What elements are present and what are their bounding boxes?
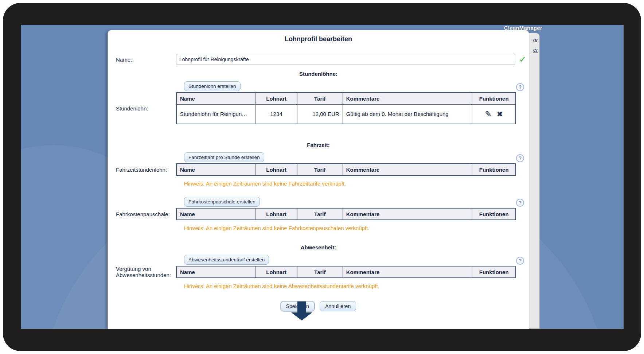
create-fahrzeittarif-button[interactable]: Fahrzeittarif pro Stunde erstellen <box>184 152 264 162</box>
btn-row: Fahrkostenpauschale erstellen ? <box>184 197 524 207</box>
help-icon[interactable]: ? <box>516 199 524 207</box>
abwesenheit-label-line1: Vergütung von <box>116 266 151 272</box>
edit-wage-profile-dialog: Lohnprofil bearbeiten Name: ✓ Stundenlöh… <box>108 30 529 329</box>
btn-row: Fahrzeittarif pro Stunde erstellen ? <box>184 152 524 162</box>
section-heading-stundenloehne: Stundenlöhne: <box>108 71 529 77</box>
col-header-kommentare: Kommentare <box>343 266 472 278</box>
abwesenheit-label-line2: Abwesenheitsstunden: <box>116 272 171 278</box>
col-header-kommentare: Kommentare <box>343 164 472 175</box>
dialog-footer: Speichern Annullieren <box>108 301 529 311</box>
fahrzeit-table: Name Lohnart Tarif Kommentare Funktionen <box>176 163 516 176</box>
col-header-funktionen: Funktionen <box>472 266 516 278</box>
edit-icon[interactable]: ✎ <box>485 110 491 118</box>
background-link[interactable]: er <box>529 47 539 55</box>
create-stundenlohn-button[interactable]: Stundenlohn erstellen <box>184 81 241 91</box>
fahrzeit-block: Fahrzeitstundenlohn: Name Lohnart Tarif … <box>108 163 529 176</box>
col-header-tarif: Tarif <box>297 164 343 175</box>
stundenlohn-table: Name Lohnart Tarif Kommentare Funktionen… <box>176 92 516 124</box>
delete-icon[interactable]: ✖ <box>497 110 503 118</box>
create-abwesenheitstarif-button[interactable]: Abwesenheitsstundentarif erstellen <box>184 255 269 265</box>
col-header-lohnart: Lohnart <box>255 266 297 278</box>
profile-name-input[interactable] <box>176 54 515 65</box>
fahrkosten-table: Name Lohnart Tarif Kommentare Funktionen <box>176 208 516 220</box>
name-label: Name: <box>116 57 176 63</box>
col-header-lohnart: Lohnart <box>255 93 297 104</box>
col-header-name: Name <box>176 164 255 175</box>
pointer-arrow-icon <box>291 302 312 320</box>
fahrkosten-hint: Hinweis: An einigen Zeiträumen sind kein… <box>184 225 529 231</box>
table-header-row: Name Lohnart Tarif Kommentare Funktionen <box>176 266 516 278</box>
col-header-kommentare: Kommentare <box>343 93 472 104</box>
help-icon[interactable]: ? <box>516 257 524 265</box>
cell-tarif: 12,00 EUR <box>297 104 343 124</box>
col-header-lohnart: Lohnart <box>255 164 297 175</box>
create-fahrkostenpauschale-button[interactable]: Fahrkostenpauschale erstellen <box>184 197 260 207</box>
col-header-funktionen: Funktionen <box>472 164 516 175</box>
btn-row: Abwesenheitsstundentarif erstellen ? <box>184 255 524 265</box>
table-header-row: Name Lohnart Tarif Kommentare Funktionen <box>176 93 516 104</box>
col-header-name: Name <box>176 93 255 104</box>
col-header-name: Name <box>176 208 255 220</box>
section-heading-fahrzeit: Fahrzeit: <box>108 142 529 148</box>
background-panel: or er <box>529 33 540 329</box>
col-header-kommentare: Kommentare <box>343 208 472 220</box>
help-icon[interactable]: ? <box>516 154 524 162</box>
dialog-title: Lohnprofil bearbeiten <box>108 35 529 43</box>
background-link[interactable]: or <box>529 37 539 43</box>
btn-row: Stundenlohn erstellen ? <box>184 81 524 91</box>
page-background: CleanManager or er Lohnprofil bearbeiten… <box>21 25 624 329</box>
help-icon[interactable]: ? <box>516 83 524 91</box>
stundenlohn-block: Stundenlohn: Name Lohnart Tarif Kommenta… <box>108 92 529 124</box>
col-header-name: Name <box>176 266 255 278</box>
col-header-lohnart: Lohnart <box>255 208 297 220</box>
cell-name: Stundenlohn für Reinigun… <box>176 104 255 124</box>
fahrkostenpauschale-label: Fahrkostenpauschale: <box>116 211 176 217</box>
col-header-tarif: Tarif <box>297 208 343 220</box>
col-header-tarif: Tarif <box>297 93 343 104</box>
abwesenheit-hint: Hinweis: An einigen Zeiträumen sind kein… <box>184 283 529 289</box>
name-row: Name: ✓ <box>108 54 529 65</box>
cell-funktionen: ✎ ✖ <box>472 104 516 124</box>
section-heading-abwesenheit: Abwesenheit: <box>108 244 529 250</box>
valid-check-icon: ✓ <box>519 55 526 64</box>
fahrkosten-block: Fahrkostenpauschale: Name Lohnart Tarif … <box>108 208 529 220</box>
table-header-row: Name Lohnart Tarif Kommentare Funktionen <box>176 208 516 220</box>
cell-kommentare: Gültig ab dem 0. Monat der Beschäftigung <box>343 104 472 124</box>
col-header-funktionen: Funktionen <box>472 93 516 104</box>
table-row: Stundenlohn für Reinigun… 1234 12,00 EUR… <box>176 104 516 124</box>
abwesenheit-block: Vergütung von Abwesenheitsstunden: Name … <box>108 266 529 278</box>
cell-lohnart: 1234 <box>255 104 297 124</box>
stundenlohn-label: Stundenlohn: <box>116 105 176 112</box>
table-header-row: Name Lohnart Tarif Kommentare Funktionen <box>176 164 516 175</box>
col-header-tarif: Tarif <box>297 266 343 278</box>
fahrzeit-hint: Hinweis: An einigen Zeiträumen sind kein… <box>184 180 529 187</box>
abwesenheit-label: Vergütung von Abwesenheitsstunden: <box>116 266 176 278</box>
abwesenheit-table: Name Lohnart Tarif Kommentare Funktionen <box>176 266 516 278</box>
col-header-funktionen: Funktionen <box>472 208 516 220</box>
cancel-button[interactable]: Annullieren <box>320 301 356 311</box>
fahrzeitstundenlohn-label: Fahrzeitstundenlohn: <box>116 167 176 173</box>
